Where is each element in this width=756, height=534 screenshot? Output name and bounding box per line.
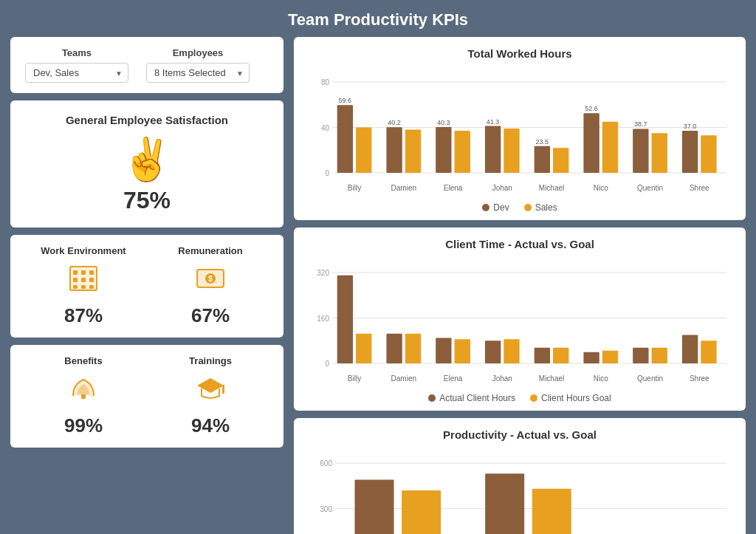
legend-sales: Sales [524,202,557,213]
legend-sales-label: Sales [535,202,557,213]
svg-text:Michael: Michael [539,374,564,383]
svg-rect-61 [337,275,353,363]
svg-rect-51 [682,131,698,173]
satisfaction-percent: 75% [24,187,270,214]
kpi-top-card: Work Environment [10,235,284,338]
total-worked-chart: 0408059.6Billy40.2Damien40.3Elena41.3Joh… [306,66,734,198]
benefits-icon [24,372,143,411]
svg-rect-52 [701,135,716,173]
svg-text:Damien: Damien [391,374,416,383]
svg-text:Johan: Johan [492,184,512,192]
trainings-icon [151,372,270,411]
svg-rect-80 [652,348,667,363]
svg-text:600: 600 [320,459,332,468]
trainings-percent: 94% [151,414,270,437]
svg-text:Nico: Nico [594,374,608,383]
svg-text:80: 80 [321,78,330,86]
svg-text:Billy: Billy [348,374,361,383]
work-environment-label: Work Environment [24,245,143,256]
teams-select-wrapper[interactable]: Dev, Sales ▼ [25,63,128,83]
svg-rect-27 [386,127,402,173]
trainings-kpi: Trainings 94% [151,355,270,437]
svg-rect-79 [633,348,648,363]
svg-text:52.6: 52.6 [585,105,598,112]
svg-rect-8 [73,285,78,289]
total-worked-card: Total Worked Hours 0408059.6Billy40.2Dam… [294,37,746,220]
svg-text:38.7: 38.7 [634,120,647,128]
svg-rect-92 [402,490,441,534]
svg-rect-6 [81,278,86,282]
svg-text:Quentin: Quentin [637,374,663,383]
remuneration-kpi: Remuneration $ 67% [151,245,270,327]
svg-rect-91 [355,480,394,534]
svg-text:Billy: Billy [348,184,361,192]
benefits-label: Benefits [24,355,143,366]
svg-text:320: 320 [317,269,329,277]
svg-text:300: 300 [320,505,332,513]
svg-text:59.6: 59.6 [339,97,352,104]
svg-rect-43 [583,113,599,173]
satisfaction-icon: ✌️ [24,135,270,184]
productivity-chart: 0300600464748 [306,447,734,534]
svg-rect-35 [485,126,501,173]
svg-rect-65 [405,334,421,363]
svg-text:Shree: Shree [690,374,709,383]
satisfaction-title: General Employee Satisfaction [24,114,270,126]
teams-filter-group: Teams Dev, Sales ▼ [25,47,128,83]
svg-rect-4 [89,270,94,275]
svg-rect-28 [405,130,421,173]
svg-rect-77 [602,351,618,363]
legend-actual-client-dot [428,394,436,402]
svg-rect-7 [89,278,94,282]
remuneration-percent: 67% [151,304,270,327]
employees-label: Employees [146,47,250,58]
legend-actual-client-label: Actual Client Hours [439,393,515,403]
trainings-label: Trainings [151,355,270,366]
client-time-legend: Actual Client Hours Client Hours Goal [306,393,734,403]
svg-text:Damien: Damien [391,184,416,192]
productivity-title: Productivity - Actual vs. Goal [306,428,734,441]
employees-select-wrapper[interactable]: 8 Items Selected ▼ [146,63,250,83]
svg-text:23.5: 23.5 [536,138,549,146]
svg-rect-31 [436,127,451,173]
benefits-kpi: Benefits 99% [24,355,143,437]
work-environment-icon [24,262,143,301]
svg-rect-9 [81,285,86,289]
svg-rect-67 [436,338,451,363]
productivity-card: Productivity - Actual vs. Goal 030060046… [294,418,746,534]
work-environment-percent: 87% [24,304,143,327]
svg-text:Nico: Nico [594,184,608,192]
svg-text:$: $ [208,275,213,283]
benefits-percent: 99% [24,414,143,437]
svg-rect-64 [386,334,402,363]
client-time-title: Client Time - Actual vs. Goal [306,238,734,250]
total-worked-legend: Dev Sales [306,202,734,213]
legend-goal-client-label: Client Hours Goal [541,393,611,403]
legend-goal-client-dot [530,394,537,402]
teams-select[interactable]: Dev, Sales [25,63,128,83]
svg-rect-62 [356,334,371,363]
svg-text:Elena: Elena [444,184,463,192]
total-worked-title: Total Worked Hours [306,47,734,60]
svg-rect-94 [485,473,524,534]
svg-rect-3 [81,270,86,275]
satisfaction-card: General Employee Satisfaction ✌️ 75% [10,100,284,227]
svg-rect-44 [602,122,618,173]
svg-rect-24 [356,128,371,174]
employees-select[interactable]: 8 Items Selected [146,63,250,83]
svg-text:Johan: Johan [492,374,512,383]
svg-rect-70 [485,340,501,363]
legend-sales-dot [524,204,532,211]
svg-rect-23 [337,105,353,173]
svg-rect-15 [81,394,86,399]
svg-rect-39 [535,146,550,173]
kpi-bottom-card: Benefits 99% Trainings [10,345,284,448]
page-title: Team Productivity KPIs [0,0,756,37]
svg-rect-40 [553,148,568,173]
svg-rect-68 [455,339,470,363]
svg-text:160: 160 [317,315,329,323]
svg-rect-74 [553,348,568,363]
legend-dev-label: Dev [493,202,509,213]
client-time-card: Client Time - Actual vs. Goal 0160320Bil… [294,227,746,411]
svg-rect-71 [504,339,519,363]
